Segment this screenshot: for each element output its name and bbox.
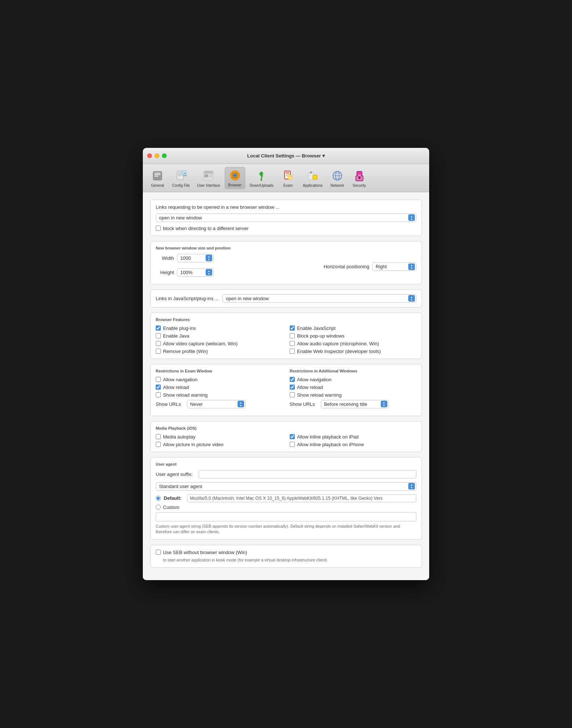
svg-rect-45 [358, 174, 361, 176]
toolbar-label-security: Security [353, 183, 366, 188]
ua-suffix-input[interactable] [199, 470, 416, 478]
feature-audio-capture: Allow audio capture (microphone, Win) [290, 341, 416, 346]
audio-capture-checkbox[interactable] [290, 341, 295, 346]
feature-enable-js: Enable JavaScript [290, 325, 416, 331]
toolbar-label-general: General [151, 183, 164, 188]
web-inspector-checkbox[interactable] [290, 349, 295, 354]
enable-java-checkbox[interactable] [156, 333, 161, 338]
toolbar-item-downloads[interactable]: ⬆ ⬇ Down/Uploads [247, 168, 276, 189]
toolbar-item-network[interactable]: Network [327, 168, 348, 189]
standard-ua-wrapper: Standard user agent Custom user agent [156, 482, 416, 491]
seb-label: Use SEB without browser window (Win) [163, 550, 247, 555]
add-show-reload-warning: Show reload warning [290, 392, 416, 398]
toolbar-label-applications: Applications [303, 183, 323, 188]
exam-urls-select[interactable]: Never Always Before receiving title [187, 400, 246, 408]
exam-urls-row: Show URLs Never Always Before receiving … [156, 400, 282, 408]
width-select-wrapper: 1000 800 1200 [177, 254, 214, 262]
add-urls-select-wrapper: Never Always Before receiving title [321, 400, 389, 408]
height-row: Height 100% 800 600 [156, 268, 214, 277]
toolbar-item-security[interactable]: Security [349, 168, 370, 189]
exam-show-reload-warning-checkbox[interactable] [156, 392, 161, 397]
exam-allow-nav-checkbox[interactable] [156, 377, 161, 382]
add-allow-nav-checkbox[interactable] [290, 377, 295, 382]
seb-checkbox[interactable] [156, 550, 161, 555]
toolbar-item-browser[interactable]: Browser [225, 167, 245, 189]
feature-video-capture: Allow video capture (webcam, Win) [156, 341, 282, 346]
svg-text:Ons: Ons [183, 174, 187, 176]
toolbar-item-general[interactable]: General [147, 168, 168, 189]
general-icon [151, 169, 164, 182]
media-pip-checkbox[interactable] [156, 442, 161, 447]
ua-default-radio[interactable] [156, 496, 161, 501]
enable-plugins-checkbox[interactable] [156, 325, 161, 331]
ua-custom-input[interactable] [156, 512, 416, 521]
media-pip-label: Allow picture in picture video [163, 442, 224, 447]
add-allow-nav-label: Allow navigation [297, 377, 332, 382]
ua-custom-radio[interactable] [156, 505, 161, 510]
add-urls-row: Show URLs Never Always Before receiving … [290, 400, 416, 408]
media-iphone-checkbox[interactable] [290, 442, 295, 447]
block-popups-checkbox[interactable] [290, 333, 295, 338]
js-links-label: Links in JavaScript/plug-ins ... [156, 296, 219, 301]
exam-urls-select-wrapper: Never Always Before receiving title [187, 400, 246, 408]
exam-window-col: Restrictions in Exam Window Allow naviga… [156, 369, 282, 411]
width-label: Width [156, 255, 174, 261]
height-select-wrapper: 100% 800 600 [177, 268, 214, 277]
hpos-select[interactable]: Left Center Right [372, 262, 416, 271]
network-icon [331, 169, 344, 182]
js-links-select[interactable]: open in new window open in same window b… [222, 294, 416, 303]
media-pip: Allow picture in picture video [156, 442, 282, 447]
maximize-button[interactable] [162, 153, 167, 158]
links-intro: Links requesting to be opened in a new b… [156, 204, 416, 210]
toolbar-item-config[interactable]: N Ons Config File [169, 168, 193, 189]
enable-js-checkbox[interactable] [290, 325, 295, 331]
ua-default-label: Default: [164, 495, 181, 501]
traffic-lights [147, 153, 167, 158]
block-checkbox-row: block when directing to a different serv… [156, 226, 416, 231]
hpos-select-wrapper: Left Center Right [372, 262, 416, 271]
ua-suffix-row: User agent suffix: [156, 470, 416, 478]
toolbar-item-ui[interactable]: User Interface [194, 168, 223, 189]
exam-allow-reload: Allow reload [156, 385, 282, 390]
media-col2: Allow inline playback on iPad Allow inli… [290, 434, 416, 447]
js-links-select-wrapper: open in new window open in same window b… [222, 294, 416, 303]
add-urls-select[interactable]: Never Always Before receiving title [321, 400, 389, 408]
ua-default-input[interactable] [187, 494, 416, 502]
add-show-reload-warning-checkbox[interactable] [290, 392, 295, 397]
close-button[interactable] [147, 153, 152, 158]
toolbar-item-applications[interactable]: Applications [300, 168, 326, 189]
exam-allow-reload-checkbox[interactable] [156, 385, 161, 390]
additional-window-col: Restrictions in Additional Windows Allow… [290, 369, 416, 411]
links-section: Links requesting to be opened in a new b… [150, 200, 422, 236]
enable-java-label: Enable Java [163, 333, 189, 339]
svg-rect-6 [178, 174, 182, 175]
links-dropdown[interactable]: open in new window open in same window b… [156, 214, 416, 222]
remove-profile-checkbox[interactable] [156, 349, 161, 354]
media-iphone-label: Allow inline playback on iPhone [297, 442, 364, 447]
toolbar-label-browser: Browser [228, 183, 242, 187]
toolbar-label-config: Config File [172, 183, 190, 188]
svg-point-17 [232, 172, 238, 178]
media-title: Media Playback (iOS) [156, 426, 416, 430]
media-autoplay-checkbox[interactable] [156, 434, 161, 439]
svg-rect-29 [288, 175, 292, 179]
add-show-reload-warning-label: Show reload warning [297, 392, 341, 398]
web-inspector-label: Enable Web Inspector (developer tools) [297, 349, 381, 354]
standard-ua-select[interactable]: Standard user agent Custom user agent [156, 482, 416, 491]
width-select[interactable]: 1000 800 1200 [177, 254, 214, 262]
toolbar-item-exam[interactable]: Exam [278, 168, 298, 189]
media-ipad-checkbox[interactable] [290, 434, 295, 439]
video-capture-checkbox[interactable] [156, 341, 161, 346]
svg-rect-35 [313, 175, 317, 179]
feature-enable-java: Enable Java [156, 333, 282, 339]
hpos-label: Horizontal positioning [324, 264, 369, 269]
media-section: Media Playback (iOS) Media autoplay Allo… [150, 421, 422, 452]
content-area: Links requesting to be opened in a new b… [143, 192, 429, 580]
minimize-button[interactable] [155, 153, 159, 158]
block-checkbox[interactable] [156, 226, 161, 231]
height-select[interactable]: 100% 800 600 [177, 268, 214, 277]
video-capture-label: Allow video capture (webcam, Win) [163, 341, 238, 346]
block-label: block when directing to a different serv… [163, 226, 249, 231]
add-allow-reload-checkbox[interactable] [290, 385, 295, 390]
exam-allow-nav-label: Allow navigation [163, 377, 198, 382]
